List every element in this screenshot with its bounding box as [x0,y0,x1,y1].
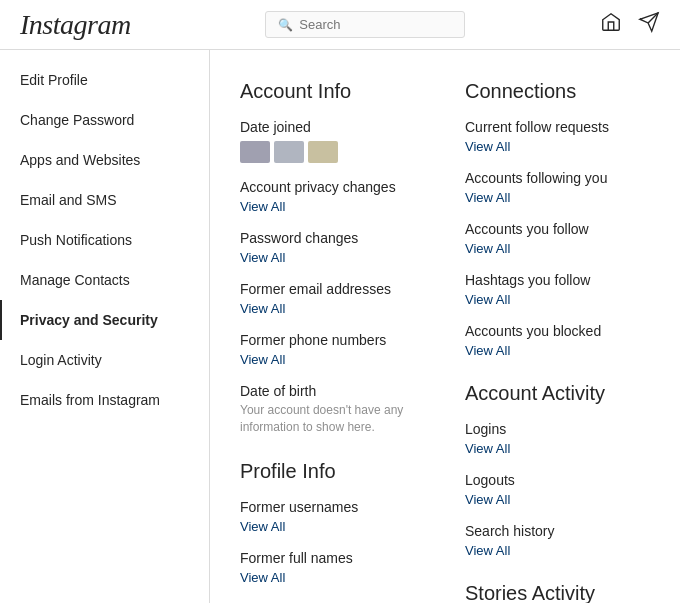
account-privacy-changes-link[interactable]: View All [240,199,285,214]
search-history-label: Search history [465,523,650,539]
send-icon[interactable] [638,11,660,38]
former-phone-item: Former phone numbers View All [240,332,425,367]
header-icons [600,11,660,38]
former-usernames-label: Former usernames [240,499,425,515]
password-changes-link[interactable]: View All [240,250,285,265]
logins-label: Logins [465,421,650,437]
account-activity-section: Account Activity Logins View All Logouts… [465,382,650,558]
sidebar-item-edit-profile[interactable]: Edit Profile [0,60,209,100]
former-full-names-link[interactable]: View All [240,570,285,585]
hashtags-you-follow-item: Hashtags you follow View All [465,272,650,307]
former-usernames-link[interactable]: View All [240,519,285,534]
sidebar-item-privacy-security[interactable]: Privacy and Security [0,300,209,340]
former-full-names-item: Former full names View All [240,550,425,585]
accounts-following-you-label: Accounts following you [465,170,650,186]
current-follow-requests-item: Current follow requests View All [465,119,650,154]
search-history-link[interactable]: View All [465,543,510,558]
date-of-birth-item: Date of birth Your account doesn't have … [240,383,425,436]
former-full-names-label: Former full names [240,550,425,566]
accounts-following-you-item: Accounts following you View All [465,170,650,205]
logins-link[interactable]: View All [465,441,510,456]
account-info-section: Account Info Date joined Account privacy… [240,80,425,436]
hashtags-you-follow-link[interactable]: View All [465,292,510,307]
app-logo: Instagram [20,9,131,41]
search-bar[interactable]: 🔍 [265,11,465,38]
password-changes-item: Password changes View All [240,230,425,265]
accounts-you-blocked-link[interactable]: View All [465,343,510,358]
color-block-3 [308,141,338,163]
date-of-birth-label: Date of birth [240,383,425,399]
sidebar: Edit Profile Change Password Apps and We… [0,50,210,603]
search-icon: 🔍 [278,18,293,32]
date-of-birth-sublabel: Your account doesn't have any informatio… [240,402,425,436]
former-email-link[interactable]: View All [240,301,285,316]
sidebar-item-login-activity[interactable]: Login Activity [0,340,209,380]
accounts-you-follow-item: Accounts you follow View All [465,221,650,256]
sidebar-item-push-notifications[interactable]: Push Notifications [0,220,209,260]
accounts-you-blocked-item: Accounts you blocked View All [465,323,650,358]
hashtags-you-follow-label: Hashtags you follow [465,272,650,288]
connections-section: Connections Current follow requests View… [465,80,650,358]
account-info-title: Account Info [240,80,425,103]
account-privacy-changes-label: Account privacy changes [240,179,425,195]
former-phone-label: Former phone numbers [240,332,425,348]
date-joined-item: Date joined [240,119,425,163]
former-email-label: Former email addresses [240,281,425,297]
sidebar-item-manage-contacts[interactable]: Manage Contacts [0,260,209,300]
current-follow-requests-label: Current follow requests [465,119,650,135]
home-icon[interactable] [600,11,622,38]
logouts-item: Logouts View All [465,472,650,507]
color-block-2 [274,141,304,163]
sidebar-item-emails-instagram[interactable]: Emails from Instagram [0,380,209,420]
former-phone-link[interactable]: View All [240,352,285,367]
app-header: Instagram 🔍 [0,0,680,50]
account-activity-title: Account Activity [465,382,650,405]
right-column: Connections Current follow requests View… [465,80,650,603]
stories-activity-section: Stories Activity [465,582,650,603]
date-joined-label: Date joined [240,119,425,135]
former-usernames-item: Former usernames View All [240,499,425,534]
search-history-item: Search history View All [465,523,650,558]
stories-activity-title: Stories Activity [465,582,650,603]
logins-item: Logins View All [465,421,650,456]
search-input[interactable] [299,17,452,32]
accounts-you-follow-label: Accounts you follow [465,221,650,237]
connections-title: Connections [465,80,650,103]
main-content: Account Info Date joined Account privacy… [210,50,680,603]
logouts-label: Logouts [465,472,650,488]
accounts-following-you-link[interactable]: View All [465,190,510,205]
sidebar-item-change-password[interactable]: Change Password [0,100,209,140]
logouts-link[interactable]: View All [465,492,510,507]
accounts-you-blocked-label: Accounts you blocked [465,323,650,339]
color-block-1 [240,141,270,163]
password-changes-label: Password changes [240,230,425,246]
accounts-you-follow-link[interactable]: View All [465,241,510,256]
date-joined-blocks [240,141,425,163]
sidebar-item-apps-websites[interactable]: Apps and Websites [0,140,209,180]
profile-info-section: Profile Info Former usernames View All F… [240,460,425,603]
sidebar-item-email-sms[interactable]: Email and SMS [0,180,209,220]
left-column: Account Info Date joined Account privacy… [240,80,425,603]
current-follow-requests-link[interactable]: View All [465,139,510,154]
account-privacy-changes-item: Account privacy changes View All [240,179,425,214]
main-layout: Edit Profile Change Password Apps and We… [0,50,680,603]
profile-info-title: Profile Info [240,460,425,483]
former-email-item: Former email addresses View All [240,281,425,316]
